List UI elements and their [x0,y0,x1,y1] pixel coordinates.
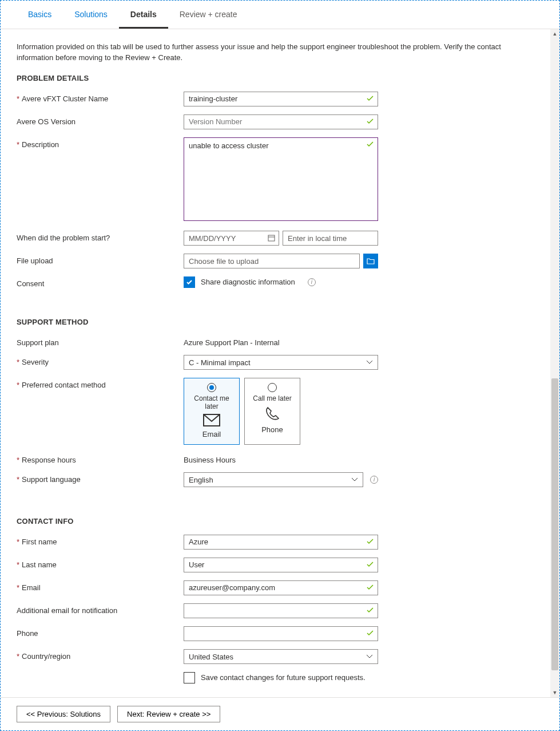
scrollbar[interactable]: ▲ ▼ [550,29,559,697]
last-name-input[interactable] [184,558,378,572]
cluster-name-input[interactable] [184,92,378,106]
card-phone-label: Call me later [247,394,297,402]
label-file-upload: File upload [17,254,184,265]
support-language-select[interactable]: English [184,472,363,487]
chevron-down-icon [351,477,358,482]
section-problem-details: PROBLEM DETAILS [17,74,534,82]
label-cluster-name: *Avere vFXT Cluster Name [17,92,184,103]
check-icon [367,95,374,102]
time-input[interactable]: Enter in local time [283,231,378,246]
card-email-sub: Email [186,430,237,438]
radio-email [207,383,216,392]
file-browse-button[interactable] [363,254,378,268]
label-description: *Description [17,137,184,149]
calendar-icon [268,234,275,242]
card-phone-sub: Phone [247,425,297,434]
phone-input[interactable] [184,626,378,641]
label-first-name: *First name [17,535,184,546]
description-input[interactable]: unable to access cluster [184,137,378,221]
label-support-language: *Support language [17,472,184,484]
tab-review[interactable]: Review + create [168,1,249,29]
label-response-hours: *Response hours [17,453,184,464]
tab-solutions[interactable]: Solutions [63,1,119,29]
label-severity: *Severity [17,355,184,366]
check-icon [367,118,374,125]
next-button[interactable]: Next: Review + create >> [117,706,220,722]
check-icon [367,561,374,568]
additional-email-input[interactable] [184,603,378,618]
previous-button[interactable]: << Previous: Solutions [17,706,110,722]
check-icon [367,141,374,148]
card-email-label: Contact me later [186,394,237,410]
label-support-plan: Support plan [17,335,184,347]
label-when-start: When did the problem start? [17,231,184,242]
check-icon [367,538,374,545]
check-icon [367,584,374,591]
tab-basics[interactable]: Basics [17,1,63,29]
folder-icon [367,258,375,264]
label-last-name: *Last name [17,558,184,569]
tab-bar: Basics Solutions Details Review + create [1,1,559,29]
country-select[interactable]: United States [184,649,378,664]
intro-text: Information provided on this tab will be… [17,42,534,64]
label-os-version: Avere OS Version [17,114,184,126]
date-input[interactable]: MM/DD/YYYY [184,231,279,246]
label-country: *Country/region [17,649,184,661]
footer: << Previous: Solutions Next: Review + cr… [1,697,559,730]
label-phone: Phone [17,626,184,638]
first-name-input[interactable] [184,535,378,550]
consent-label: Share diagnostic information [201,278,295,286]
scroll-thumb[interactable] [551,378,558,670]
scroll-up[interactable]: ▲ [550,29,559,38]
radio-phone [268,383,277,392]
chevron-down-icon [366,654,373,659]
section-contact-info: CONTACT INFO [17,517,534,525]
panel: Basics Solutions Details Review + create… [0,0,560,731]
tab-details[interactable]: Details [119,1,168,29]
contact-method-phone[interactable]: Call me later Phone [244,378,300,445]
label-additional-email: Additional email for notification [17,603,184,615]
scroll-area: Information provided on this tab will be… [1,29,559,697]
support-plan-value: Azure Support Plan - Internal [184,335,378,347]
info-icon[interactable]: i [370,476,378,484]
email-input[interactable] [184,580,378,595]
file-upload-input[interactable]: Choose file to upload [184,254,360,268]
svg-rect-0 [268,235,275,241]
label-email: *Email [17,580,184,592]
mail-icon [186,414,237,426]
label-contact-method: *Preferred contact method [17,378,184,389]
chevron-down-icon [366,360,373,365]
label-consent: Consent [17,276,184,288]
save-contact-label: Save contact changes for future support … [201,673,366,682]
response-hours-value: Business Hours [184,453,378,464]
contact-method-email[interactable]: Contact me later Email [184,378,240,445]
content: Information provided on this tab will be… [1,29,550,697]
check-icon [367,607,374,614]
phone-icon [247,406,297,422]
section-support-method: SUPPORT METHOD [17,318,534,326]
severity-select[interactable]: C - Minimal impact [184,355,378,370]
os-version-input[interactable] [184,114,378,129]
consent-checkbox[interactable] [184,276,195,288]
info-icon[interactable]: i [308,278,316,286]
scroll-down[interactable]: ▼ [550,688,559,697]
save-contact-checkbox[interactable] [184,672,195,683]
check-icon [367,630,374,637]
